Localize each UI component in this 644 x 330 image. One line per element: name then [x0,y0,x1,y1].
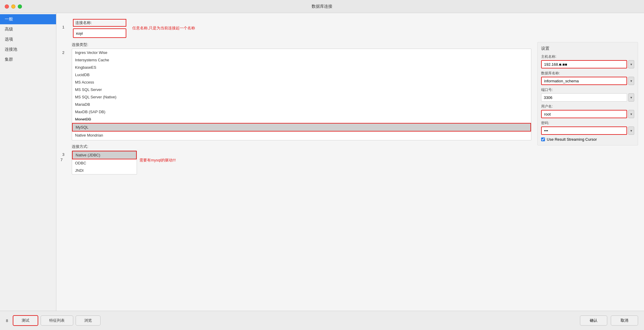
two-panel: 2 连接类型: Ingres Vector Wise Intersystems … [62,42,638,305]
streaming-cursor-checkbox[interactable] [541,137,545,141]
main-container: 一般 高级 选项 连接池 集群 1 连接名称: 任意名称,只是为当前连接起一个名… [0,13,644,311]
method-item-1[interactable]: ODBC [72,159,137,167]
streaming-cursor-label: Use Result Streaming Cursor [547,137,597,142]
dbname-field: 数据库名称: ▼ [541,71,634,85]
password-input-row: ▼ [541,126,634,135]
hostname-arrow[interactable]: ▼ [628,60,634,68]
step3-label: 3 [62,144,69,157]
password-field: 密码: ▼ [541,121,634,135]
close-button[interactable] [5,4,9,9]
dbname-label: 数据库名称: [541,71,634,76]
hostname-input[interactable] [541,60,627,68]
username-field: 用户名: ▼ [541,104,634,118]
db-type-item-0[interactable]: Ingres Vector Wise [72,49,531,56]
cancel-button[interactable]: 取消 [611,315,638,326]
sidebar-item-pool[interactable]: 连接池 [0,44,56,55]
db-type-item-12[interactable]: Neoview [72,139,531,140]
window-title: 数据库连接 [312,4,332,9]
db-type-item-11[interactable]: Native Mondrian [72,132,531,139]
maximize-button[interactable] [18,4,22,9]
hostname-input-row: ▼ [541,60,634,68]
connection-type-label: 连接类型: [72,42,531,47]
connection-method-hint: 需要有mysql的驱动!!! [139,150,176,163]
db-type-list: Ingres Vector Wise Intersystems Cache Ki… [72,49,531,140]
username-input-row: ▼ [541,110,634,118]
dbname-input[interactable] [541,77,627,85]
db-type-item-5[interactable]: MS SQL Server [72,86,531,93]
username-input[interactable] [541,110,627,118]
sidebar-item-options[interactable]: 选项 [0,34,56,44]
confirm-button[interactable]: 确认 [580,315,607,326]
dbname-arrow[interactable]: ▼ [628,77,634,85]
db-type-item-4[interactable]: MS Access [72,79,531,86]
db-type-item-10[interactable]: MySQL [72,123,531,132]
connection-name-label: 连接名称: [73,19,126,27]
port-label: 端口号: [541,87,634,92]
port-arrow[interactable]: ▼ [628,93,634,102]
port-input[interactable] [541,93,627,102]
sidebar-item-advanced[interactable]: 高级 [0,24,56,34]
settings-title: 设置 [541,46,634,51]
db-type-item-3[interactable]: LucidDB [72,71,531,79]
minimize-button[interactable] [11,4,15,9]
connection-type-block: 2 连接类型: Ingres Vector Wise Intersystems … [62,42,531,140]
sidebar-item-general[interactable]: 一般 [0,14,56,24]
hostname-field: 主机名称: ▼ [541,54,634,68]
sidebar-item-cluster[interactable]: 集群 [0,55,56,65]
bottom-left: 8 测试 特征列表 浏览 [6,315,101,326]
feature-list-button[interactable]: 特征列表 [41,315,73,326]
step7-label: 7 [60,158,63,162]
right-panel: 设置 主机名称: ▼ 数据库名称: ▼ [537,42,638,305]
port-field: 端口号: ▼ [541,87,634,102]
db-type-item-1[interactable]: Intersystems Cache [72,56,531,64]
method-item-2[interactable]: JNDI [72,167,137,174]
password-label: 密码: [541,121,634,126]
sidebar: 一般 高级 选项 连接池 集群 [0,13,56,311]
streaming-cursor-row: Use Result Streaming Cursor [541,137,634,142]
method-item-0[interactable]: Native (JDBC) [72,151,137,159]
db-type-item-6[interactable]: MS SQL Server (Native) [72,93,531,101]
db-type-item-8[interactable]: MaxDB (SAP DB) [72,108,531,116]
connection-method-block: 3 连接方式: Native (JDBC) ODBC JNDI 需要有mysql… [62,144,531,174]
dbname-input-row: ▼ [541,77,634,85]
step1-label: 1 [62,19,69,29]
connection-name-input[interactable] [73,28,126,38]
step8-label: 8 [6,318,8,323]
db-type-item-7[interactable]: MariaDB [72,101,531,108]
bottom-right: 确认 取消 [580,315,638,326]
password-arrow[interactable]: ▼ [628,126,634,135]
port-input-row: ▼ [541,93,634,102]
username-arrow[interactable]: ▼ [628,110,634,118]
password-input[interactable] [541,126,627,135]
connection-name-block: 连接名称: [73,19,126,38]
hostname-label: 主机名称: [541,54,634,59]
connection-name-row: 1 连接名称: 任意名称,只是为当前连接起一个名称 [62,19,638,38]
connection-method-list: Native (JDBC) ODBC JNDI [72,150,137,174]
step2-label: 2 [62,42,69,55]
db-type-item-2[interactable]: KingbaseES [72,64,531,71]
content-area: 1 连接名称: 任意名称,只是为当前连接起一个名称 2 连接类型: [56,13,644,311]
connection-name-hint: 任意名称,只是为当前连接起一个名称 [130,19,195,31]
username-label: 用户名: [541,104,634,109]
settings-panel: 设置 主机名称: ▼ 数据库名称: ▼ [537,42,638,145]
bottom-bar: 8 测试 特征列表 浏览 确认 取消 [0,311,644,330]
window-controls [5,4,22,9]
left-panel: 2 连接类型: Ingres Vector Wise Intersystems … [62,42,531,305]
db-type-item-9[interactable]: MonetDB [72,116,531,123]
title-bar: 数据库连接 [0,0,644,13]
connection-method-label: 连接方式: [72,144,531,149]
browse-button[interactable]: 浏览 [76,315,101,326]
test-button[interactable]: 测试 [13,315,38,326]
